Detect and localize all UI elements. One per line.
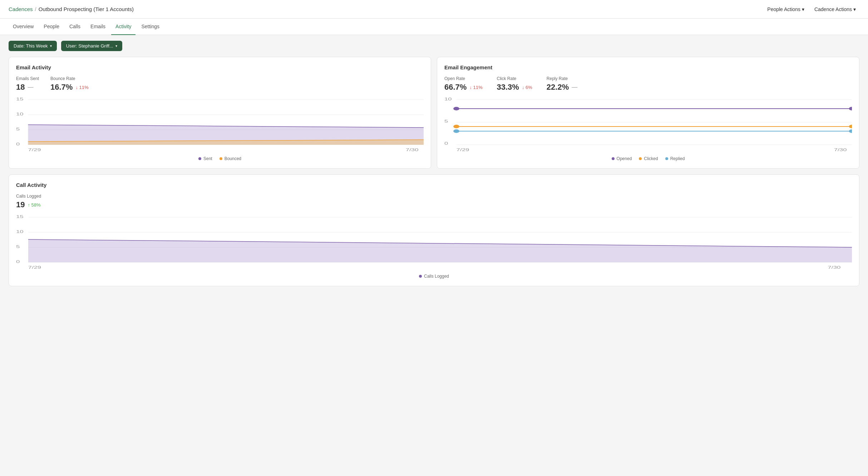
nav-item-people[interactable]: People: [39, 19, 64, 35]
call-activity-chart: 15 10 5 0 7/29 7/30: [16, 214, 852, 271]
sent-legend: Sent: [198, 156, 212, 161]
email-engagement-svg: 10 5 0: [444, 96, 852, 153]
email-engagement-legend: Opened Clicked Replied: [444, 156, 852, 161]
call-activity-card: Call Activity Calls Logged 19 ↑ 58% 15 1…: [9, 174, 859, 286]
svg-text:5: 5: [16, 244, 20, 249]
open-rate-value: 66.7% ↓ 11%: [444, 83, 483, 92]
calls-logged-change: ↑ 58%: [28, 202, 40, 208]
svg-text:0: 0: [16, 142, 20, 146]
svg-text:10: 10: [16, 112, 24, 116]
calls-logged-label: Calls Logged: [16, 194, 41, 199]
emails-sent-label: Emails Sent: [16, 76, 39, 81]
date-filter-button[interactable]: Date: This Week ▾: [9, 41, 57, 51]
calls-logged-value: 19 ↑ 58%: [16, 200, 41, 209]
emails-sent-value: 18 —: [16, 83, 39, 92]
nav-item-overview[interactable]: Overview: [9, 19, 38, 35]
bounce-rate-value: 16.7% ↓ 11%: [50, 83, 89, 92]
click-rate-metric: Click Rate 33.3% ↓ 6%: [497, 76, 532, 92]
opened-legend-label: Opened: [617, 156, 632, 161]
open-rate-change: ↓ 11%: [469, 85, 482, 90]
replied-legend-dot: [665, 157, 668, 160]
click-rate-change: ↓ 6%: [522, 85, 532, 90]
calls-logged-legend-label: Calls Logged: [424, 274, 449, 279]
top-bar: Cadences / Outbound Prospecting (Tier 1 …: [0, 0, 868, 19]
svg-text:7/29: 7/29: [457, 148, 469, 152]
date-filter-label: Date: This Week: [14, 43, 48, 49]
top-charts-row: Email Activity Emails Sent 18 — Bounce R…: [9, 57, 859, 169]
user-filter-chevron-icon: ▾: [115, 44, 117, 48]
main-content: Email Activity Emails Sent 18 — Bounce R…: [0, 57, 868, 295]
replied-end-dot: [849, 129, 852, 133]
clicked-legend-dot: [639, 157, 642, 160]
nav-item-settings[interactable]: Settings: [137, 19, 164, 35]
svg-text:5: 5: [444, 119, 448, 123]
email-activity-legend: Sent Bounced: [16, 156, 424, 161]
cadence-actions-chevron-icon: ▾: [853, 6, 856, 12]
svg-text:7/30: 7/30: [828, 265, 840, 269]
emails-sent-change: —: [28, 84, 33, 90]
svg-text:7/30: 7/30: [406, 148, 419, 152]
email-activity-card: Email Activity Emails Sent 18 — Bounce R…: [9, 57, 431, 169]
sent-legend-dot: [198, 157, 201, 160]
people-actions-label: People Actions: [767, 6, 800, 12]
opened-end-dot: [849, 107, 852, 110]
cadence-actions-button[interactable]: Cadence Actions ▾: [811, 4, 859, 14]
opened-legend-dot: [612, 157, 615, 160]
svg-text:0: 0: [444, 141, 448, 145]
svg-text:15: 15: [16, 214, 24, 219]
svg-text:7/29: 7/29: [28, 148, 41, 152]
people-actions-button[interactable]: People Actions ▾: [764, 4, 808, 14]
bounce-rate-label: Bounce Rate: [50, 76, 89, 81]
open-rate-metric: Open Rate 66.7% ↓ 11%: [444, 76, 483, 92]
sent-legend-label: Sent: [203, 156, 212, 161]
click-rate-value: 33.3% ↓ 6%: [497, 83, 532, 92]
email-engagement-metrics: Open Rate 66.7% ↓ 11% Click Rate 33.3% ↓…: [444, 76, 852, 92]
svg-text:10: 10: [444, 97, 452, 101]
svg-text:7/30: 7/30: [834, 148, 847, 152]
nav-item-emails[interactable]: Emails: [86, 19, 110, 35]
calls-logged-legend-dot: [419, 275, 422, 278]
calls-area: [28, 239, 852, 262]
bounced-legend-dot: [220, 157, 222, 160]
email-engagement-title: Email Engagement: [444, 64, 852, 70]
reply-rate-label: Reply Rate: [547, 76, 577, 81]
breadcrumb-parent[interactable]: Cadences: [9, 6, 33, 12]
breadcrumb: Cadences / Outbound Prospecting (Tier 1 …: [9, 6, 134, 12]
email-activity-metrics: Emails Sent 18 — Bounce Rate 16.7% ↓ 11%: [16, 76, 424, 92]
svg-text:7/29: 7/29: [28, 265, 41, 269]
nav-item-activity[interactable]: Activity: [111, 19, 135, 35]
clicked-legend: Clicked: [639, 156, 658, 161]
reply-rate-value: 22.2% —: [547, 83, 577, 92]
calls-logged-legend: Calls Logged: [419, 274, 449, 279]
email-activity-title: Email Activity: [16, 64, 424, 70]
email-engagement-chart: 10 5 0: [444, 96, 852, 153]
svg-text:15: 15: [16, 97, 24, 101]
filters-bar: Date: This Week ▾ User: Stephanie Griff.…: [0, 35, 868, 57]
breadcrumb-current: Outbound Prospecting (Tier 1 Accounts): [39, 6, 134, 12]
people-actions-chevron-icon: ▾: [802, 6, 804, 12]
user-filter-button[interactable]: User: Stephanie Griff... ▾: [61, 41, 122, 51]
call-activity-svg: 15 10 5 0 7/29 7/30: [16, 214, 852, 271]
bounced-legend-label: Bounced: [225, 156, 241, 161]
reply-rate-change: —: [572, 84, 577, 90]
breadcrumb-separator: /: [35, 6, 36, 12]
call-activity-title: Call Activity: [16, 182, 852, 188]
clicked-end-dot: [849, 125, 852, 128]
clicked-legend-label: Clicked: [644, 156, 658, 161]
svg-text:5: 5: [16, 127, 20, 131]
click-rate-label: Click Rate: [497, 76, 532, 81]
opened-legend: Opened: [612, 156, 632, 161]
calls-logged-metric: Calls Logged 19 ↑ 58%: [16, 194, 41, 209]
nav-item-calls[interactable]: Calls: [65, 19, 85, 35]
cadence-actions-label: Cadence Actions: [814, 6, 852, 12]
emails-sent-metric: Emails Sent 18 —: [16, 76, 39, 92]
date-filter-chevron-icon: ▾: [50, 44, 52, 48]
replied-legend: Replied: [665, 156, 685, 161]
user-filter-label: User: Stephanie Griff...: [66, 43, 113, 49]
top-actions: People Actions ▾ Cadence Actions ▾: [764, 4, 859, 14]
call-activity-legend: Calls Logged: [16, 274, 852, 279]
email-activity-chart: 15 10 5 0: [16, 96, 424, 153]
svg-text:10: 10: [16, 229, 24, 234]
open-rate-label: Open Rate: [444, 76, 483, 81]
nav-bar: Overview People Calls Emails Activity Se…: [0, 19, 868, 35]
